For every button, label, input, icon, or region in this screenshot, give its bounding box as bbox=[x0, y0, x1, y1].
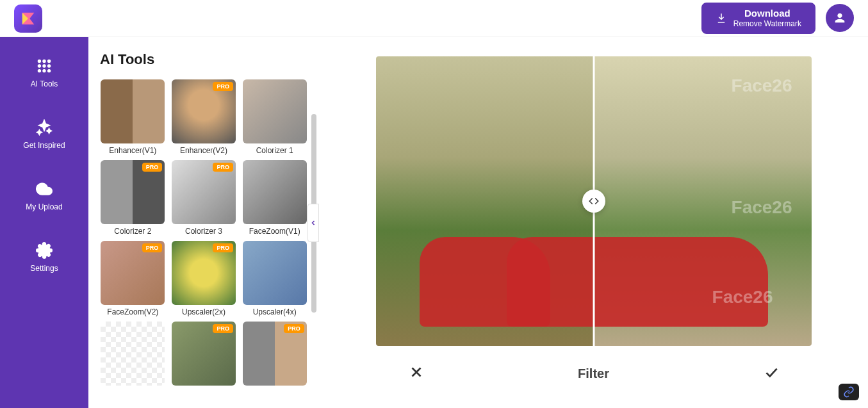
tool-card[interactable]: Colorizer 1 bbox=[242, 79, 307, 155]
watermark: Face26 bbox=[732, 76, 792, 96]
tool-card[interactable]: PROColorizer 2 bbox=[100, 160, 166, 236]
svg-point-2 bbox=[47, 60, 50, 62]
pro-badge: PRO bbox=[142, 163, 163, 172]
tool-thumbnail: PRO bbox=[172, 79, 236, 143]
tools-grid: Enhancer(V1)PROEnhancer(V2)Colorizer 1PR… bbox=[100, 79, 307, 388]
link-icon bbox=[843, 386, 855, 398]
tool-thumbnail bbox=[243, 79, 307, 143]
tool-thumbnail: PRO bbox=[101, 160, 165, 224]
user-avatar[interactable] bbox=[826, 4, 854, 32]
filter-label: Filter bbox=[578, 366, 609, 381]
tool-card[interactable]: FaceZoom(V1) bbox=[242, 160, 307, 236]
tool-thumbnail bbox=[243, 241, 307, 305]
chevron-left-icon bbox=[309, 219, 317, 227]
drag-horizontal-icon bbox=[588, 195, 600, 207]
tool-label: Enhancer(V1) bbox=[109, 146, 156, 155]
tool-label: FaceZoom(V1) bbox=[249, 227, 300, 236]
tool-label: FaceZoom(V2) bbox=[107, 307, 158, 316]
svg-point-8 bbox=[47, 69, 50, 72]
sidebar-item-label: Settings bbox=[30, 264, 58, 273]
svg-point-0 bbox=[38, 60, 40, 62]
action-bar: Filter bbox=[376, 364, 812, 383]
sidebar-item-get-inspired[interactable]: Get Inspired bbox=[23, 119, 65, 150]
tool-thumbnail bbox=[101, 322, 165, 386]
sidebar-item-my-upload[interactable]: My Upload bbox=[26, 181, 62, 211]
check-icon bbox=[763, 364, 780, 380]
preview-after: Face26 Face26 Face26 bbox=[594, 56, 812, 346]
tools-panel: AI Tools Enhancer(V1)PROEnhancer(V2)Colo… bbox=[88, 37, 319, 408]
tools-title: AI Tools bbox=[100, 51, 307, 68]
close-icon bbox=[408, 364, 425, 380]
collapse-panel-button[interactable] bbox=[307, 204, 319, 242]
app-logo[interactable] bbox=[14, 4, 42, 33]
canvas-area: Face26 Face26 Face26 Filter bbox=[319, 37, 868, 408]
tool-thumbnail: PRO bbox=[172, 160, 236, 224]
svg-point-6 bbox=[38, 69, 40, 72]
sidebar-item-label: AI Tools bbox=[31, 79, 58, 88]
svg-point-5 bbox=[47, 65, 50, 67]
sidebar: AI Tools Get Inspired My Upload Settings bbox=[0, 37, 88, 408]
header: Download Remove Watermark bbox=[0, 0, 868, 37]
tool-card[interactable]: PRO bbox=[242, 322, 307, 388]
tool-card[interactable]: PROUpscaler(2x) bbox=[171, 241, 237, 316]
tool-card[interactable]: PROEnhancer(V2) bbox=[171, 79, 237, 155]
sparkle-icon bbox=[36, 119, 53, 136]
sidebar-item-settings[interactable]: Settings bbox=[30, 242, 58, 273]
tool-card[interactable]: Upscaler(4x) bbox=[242, 241, 307, 316]
pro-badge: PRO bbox=[213, 243, 233, 252]
cloud-upload-icon bbox=[36, 181, 53, 197]
image-subject bbox=[507, 237, 768, 327]
cancel-button[interactable] bbox=[408, 364, 425, 383]
watermark: Face26 bbox=[712, 287, 773, 307]
download-label: Download bbox=[744, 8, 790, 19]
tool-label: Enhancer(V2) bbox=[180, 146, 227, 155]
tool-card[interactable]: Enhancer(V1) bbox=[100, 79, 166, 155]
tool-thumbnail: PRO bbox=[243, 322, 307, 386]
tool-thumbnail: PRO bbox=[172, 241, 236, 305]
tool-card[interactable] bbox=[100, 322, 166, 388]
pro-badge: PRO bbox=[142, 243, 163, 252]
sidebar-item-ai-tools[interactable]: AI Tools bbox=[31, 58, 58, 88]
gear-icon bbox=[36, 242, 53, 259]
tool-card[interactable]: PROColorizer 3 bbox=[171, 160, 237, 236]
link-float-button[interactable] bbox=[839, 384, 859, 400]
tool-label: Upscaler(4x) bbox=[253, 307, 297, 316]
download-sublabel: Remove Watermark bbox=[733, 19, 801, 28]
preview-compare: Face26 Face26 Face26 bbox=[376, 56, 812, 346]
confirm-button[interactable] bbox=[763, 364, 780, 383]
grid-icon bbox=[36, 58, 53, 74]
svg-point-1 bbox=[43, 60, 45, 62]
tool-card[interactable]: PRO bbox=[171, 322, 237, 388]
tool-thumbnail bbox=[101, 79, 165, 143]
pro-badge: PRO bbox=[213, 324, 233, 333]
compare-handle[interactable] bbox=[582, 190, 605, 213]
sidebar-item-label: My Upload bbox=[26, 202, 62, 211]
tool-label: Colorizer 2 bbox=[114, 227, 151, 236]
sidebar-item-label: Get Inspired bbox=[23, 141, 65, 150]
svg-point-3 bbox=[38, 65, 40, 67]
tool-thumbnail: PRO bbox=[101, 241, 165, 305]
tool-thumbnail bbox=[243, 160, 307, 224]
pro-badge: PRO bbox=[284, 324, 304, 333]
download-icon bbox=[716, 12, 727, 24]
person-icon bbox=[833, 11, 847, 25]
svg-point-7 bbox=[43, 69, 45, 72]
tool-thumbnail: PRO bbox=[172, 322, 236, 386]
pro-badge: PRO bbox=[213, 163, 233, 172]
watermark: Face26 bbox=[732, 197, 792, 218]
tool-card[interactable]: PROFaceZoom(V2) bbox=[100, 241, 166, 316]
tool-label: Colorizer 1 bbox=[256, 146, 293, 155]
svg-point-4 bbox=[43, 65, 45, 67]
download-button[interactable]: Download Remove Watermark bbox=[701, 3, 815, 33]
tool-label: Upscaler(2x) bbox=[182, 307, 225, 316]
tool-label: Colorizer 3 bbox=[185, 227, 222, 236]
pro-badge: PRO bbox=[213, 82, 233, 91]
